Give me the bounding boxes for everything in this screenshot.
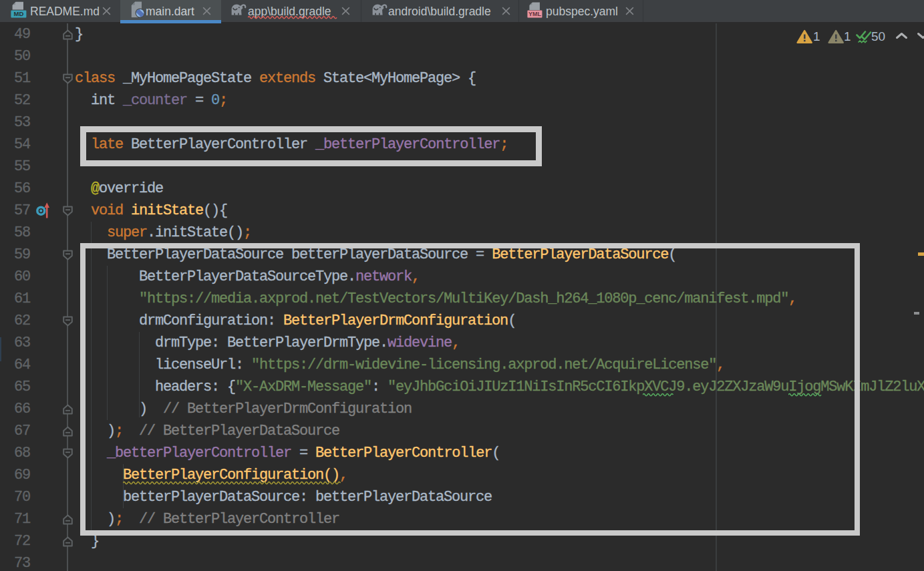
- svg-text:YML: YML: [528, 11, 542, 17]
- svg-text:MD: MD: [14, 10, 24, 17]
